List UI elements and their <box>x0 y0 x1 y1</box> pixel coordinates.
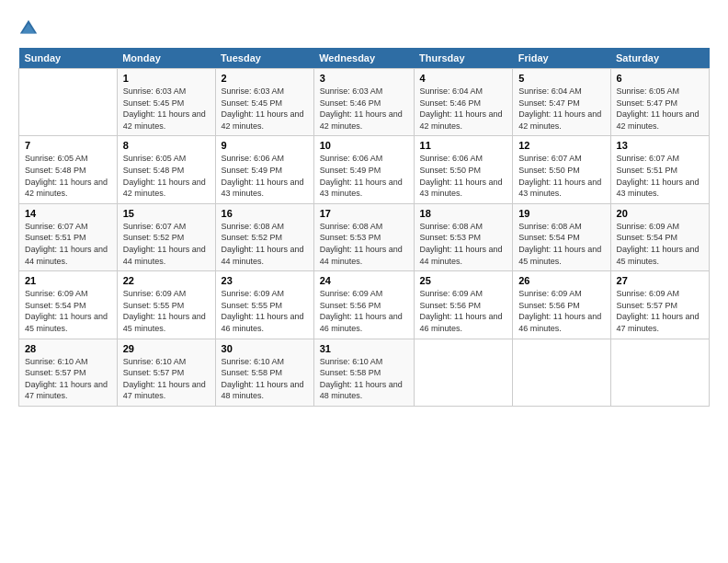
logo <box>18 17 40 39</box>
day-number: 2 <box>222 73 308 84</box>
calendar-table: SundayMondayTuesdayWednesdayThursdayFrid… <box>18 48 710 407</box>
day-header-sunday: Sunday <box>19 48 118 69</box>
day-info: Sunrise: 6:09 AM Sunset: 5:56 PM Dayligh… <box>420 288 507 334</box>
week-row-3: 14Sunrise: 6:07 AM Sunset: 5:51 PM Dayli… <box>19 203 710 270</box>
day-info: Sunrise: 6:09 AM Sunset: 5:56 PM Dayligh… <box>320 288 408 334</box>
calendar-cell: 1Sunrise: 6:03 AM Sunset: 5:45 PM Daylig… <box>117 69 215 136</box>
calendar-cell: 8Sunrise: 6:05 AM Sunset: 5:48 PM Daylig… <box>117 136 215 203</box>
calendar-cell: 7Sunrise: 6:05 AM Sunset: 5:48 PM Daylig… <box>19 136 118 203</box>
calendar-cell: 29Sunrise: 6:10 AM Sunset: 5:57 PM Dayli… <box>117 339 215 406</box>
calendar-cell: 3Sunrise: 6:03 AM Sunset: 5:46 PM Daylig… <box>313 69 414 136</box>
day-number: 4 <box>420 73 507 84</box>
day-number: 7 <box>25 140 111 151</box>
day-header-tuesday: Tuesday <box>215 48 313 69</box>
day-info: Sunrise: 6:07 AM Sunset: 5:50 PM Dayligh… <box>518 153 604 199</box>
calendar-cell: 14Sunrise: 6:07 AM Sunset: 5:51 PM Dayli… <box>19 203 118 270</box>
day-number: 24 <box>320 275 408 286</box>
day-info: Sunrise: 6:05 AM Sunset: 5:48 PM Dayligh… <box>123 153 210 199</box>
day-info: Sunrise: 6:07 AM Sunset: 5:52 PM Dayligh… <box>123 221 210 267</box>
calendar-cell: 6Sunrise: 6:05 AM Sunset: 5:47 PM Daylig… <box>610 69 709 136</box>
day-number: 26 <box>518 275 604 286</box>
calendar-cell: 30Sunrise: 6:10 AM Sunset: 5:58 PM Dayli… <box>215 339 313 406</box>
day-header-monday: Monday <box>117 48 215 69</box>
day-info: Sunrise: 6:09 AM Sunset: 5:55 PM Dayligh… <box>222 288 308 334</box>
calendar-cell <box>513 339 610 406</box>
calendar-cell: 20Sunrise: 6:09 AM Sunset: 5:54 PM Dayli… <box>610 203 709 270</box>
day-info: Sunrise: 6:10 AM Sunset: 5:57 PM Dayligh… <box>123 356 210 402</box>
day-info: Sunrise: 6:08 AM Sunset: 5:52 PM Dayligh… <box>222 221 308 267</box>
calendar-cell: 11Sunrise: 6:06 AM Sunset: 5:50 PM Dayli… <box>414 136 513 203</box>
day-number: 29 <box>123 343 210 354</box>
day-info: Sunrise: 6:09 AM Sunset: 5:55 PM Dayligh… <box>123 288 210 334</box>
calendar-cell: 16Sunrise: 6:08 AM Sunset: 5:52 PM Dayli… <box>215 203 313 270</box>
calendar-cell: 31Sunrise: 6:10 AM Sunset: 5:58 PM Dayli… <box>313 339 414 406</box>
day-info: Sunrise: 6:10 AM Sunset: 5:58 PM Dayligh… <box>222 356 308 402</box>
calendar-cell: 23Sunrise: 6:09 AM Sunset: 5:55 PM Dayli… <box>215 271 313 339</box>
day-info: Sunrise: 6:03 AM Sunset: 5:45 PM Dayligh… <box>123 86 210 132</box>
calendar-cell: 10Sunrise: 6:06 AM Sunset: 5:49 PM Dayli… <box>313 136 414 203</box>
day-info: Sunrise: 6:08 AM Sunset: 5:54 PM Dayligh… <box>518 221 604 267</box>
day-number: 27 <box>617 275 703 286</box>
week-row-4: 21Sunrise: 6:09 AM Sunset: 5:54 PM Dayli… <box>19 271 710 339</box>
day-number: 13 <box>617 140 703 151</box>
day-number: 20 <box>617 208 703 219</box>
day-info: Sunrise: 6:07 AM Sunset: 5:51 PM Dayligh… <box>25 221 111 267</box>
day-number: 23 <box>222 275 308 286</box>
day-info: Sunrise: 6:04 AM Sunset: 5:47 PM Dayligh… <box>518 86 604 132</box>
week-row-5: 28Sunrise: 6:10 AM Sunset: 5:57 PM Dayli… <box>19 339 710 406</box>
calendar-cell: 28Sunrise: 6:10 AM Sunset: 5:57 PM Dayli… <box>19 339 118 406</box>
calendar-page: SundayMondayTuesdayWednesdayThursdayFrid… <box>0 0 728 563</box>
day-number: 30 <box>222 343 308 354</box>
day-number: 11 <box>420 140 507 151</box>
week-row-2: 7Sunrise: 6:05 AM Sunset: 5:48 PM Daylig… <box>19 136 710 203</box>
day-number: 1 <box>123 73 210 84</box>
calendar-cell: 26Sunrise: 6:09 AM Sunset: 5:56 PM Dayli… <box>513 271 610 339</box>
day-info: Sunrise: 6:10 AM Sunset: 5:58 PM Dayligh… <box>320 356 408 402</box>
calendar-cell: 19Sunrise: 6:08 AM Sunset: 5:54 PM Dayli… <box>513 203 610 270</box>
day-number: 3 <box>320 73 408 84</box>
day-number: 16 <box>222 208 308 219</box>
calendar-cell <box>414 339 513 406</box>
day-number: 21 <box>25 275 111 286</box>
day-info: Sunrise: 6:09 AM Sunset: 5:57 PM Dayligh… <box>617 288 703 334</box>
calendar-cell: 22Sunrise: 6:09 AM Sunset: 5:55 PM Dayli… <box>117 271 215 339</box>
day-number: 25 <box>420 275 507 286</box>
logo-icon <box>18 18 39 39</box>
calendar-cell: 4Sunrise: 6:04 AM Sunset: 5:46 PM Daylig… <box>414 69 513 136</box>
day-number: 9 <box>222 140 308 151</box>
calendar-cell: 2Sunrise: 6:03 AM Sunset: 5:45 PM Daylig… <box>215 69 313 136</box>
day-info: Sunrise: 6:07 AM Sunset: 5:51 PM Dayligh… <box>617 153 703 199</box>
day-number: 22 <box>123 275 210 286</box>
calendar-cell: 27Sunrise: 6:09 AM Sunset: 5:57 PM Dayli… <box>610 271 709 339</box>
day-info: Sunrise: 6:05 AM Sunset: 5:47 PM Dayligh… <box>617 86 703 132</box>
calendar-cell: 9Sunrise: 6:06 AM Sunset: 5:49 PM Daylig… <box>215 136 313 203</box>
day-info: Sunrise: 6:10 AM Sunset: 5:57 PM Dayligh… <box>25 356 111 402</box>
day-number: 6 <box>617 73 703 84</box>
day-number: 17 <box>320 208 408 219</box>
day-number: 12 <box>518 140 604 151</box>
day-header-thursday: Thursday <box>414 48 513 69</box>
day-number: 15 <box>123 208 210 219</box>
day-info: Sunrise: 6:05 AM Sunset: 5:48 PM Dayligh… <box>25 153 111 199</box>
calendar-cell <box>610 339 709 406</box>
day-number: 18 <box>420 208 507 219</box>
days-header-row: SundayMondayTuesdayWednesdayThursdayFrid… <box>19 48 710 69</box>
calendar-cell: 15Sunrise: 6:07 AM Sunset: 5:52 PM Dayli… <box>117 203 215 270</box>
calendar-cell: 17Sunrise: 6:08 AM Sunset: 5:53 PM Dayli… <box>313 203 414 270</box>
day-number: 28 <box>25 343 111 354</box>
calendar-cell: 25Sunrise: 6:09 AM Sunset: 5:56 PM Dayli… <box>414 271 513 339</box>
day-info: Sunrise: 6:08 AM Sunset: 5:53 PM Dayligh… <box>320 221 408 267</box>
day-number: 19 <box>518 208 604 219</box>
calendar-cell <box>19 69 118 136</box>
day-info: Sunrise: 6:09 AM Sunset: 5:54 PM Dayligh… <box>617 221 703 267</box>
calendar-cell: 5Sunrise: 6:04 AM Sunset: 5:47 PM Daylig… <box>513 69 610 136</box>
day-info: Sunrise: 6:03 AM Sunset: 5:46 PM Dayligh… <box>320 86 408 132</box>
week-row-1: 1Sunrise: 6:03 AM Sunset: 5:45 PM Daylig… <box>19 69 710 136</box>
header <box>18 17 710 39</box>
day-info: Sunrise: 6:08 AM Sunset: 5:53 PM Dayligh… <box>420 221 507 267</box>
day-number: 8 <box>123 140 210 151</box>
calendar-cell: 24Sunrise: 6:09 AM Sunset: 5:56 PM Dayli… <box>313 271 414 339</box>
day-header-wednesday: Wednesday <box>313 48 414 69</box>
day-header-friday: Friday <box>513 48 610 69</box>
day-info: Sunrise: 6:09 AM Sunset: 5:54 PM Dayligh… <box>25 288 111 334</box>
